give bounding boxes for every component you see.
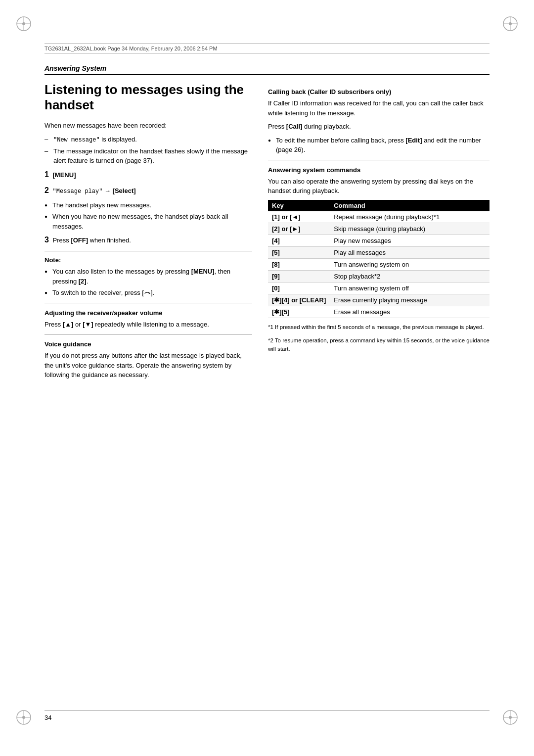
- svg-point-15: [509, 716, 512, 719]
- table-row: [5]Play all messages: [268, 246, 490, 258]
- note-bullets: You can also listen to the messages by p…: [44, 267, 252, 298]
- voice-title: Voice guidance: [44, 340, 252, 348]
- dash-list: "New message" is displayed. The message …: [44, 135, 252, 166]
- command-table: Key Command [1] or [◄]Repeat message (du…: [268, 200, 490, 318]
- step-3-text: Press [OFF] when finished.: [53, 236, 131, 244]
- table-row: [✱][5]Erase all messages: [268, 306, 490, 318]
- header-text: TG2631AL_2632AL.book Page 34 Monday, Feb…: [44, 46, 218, 51]
- cmd-cell: Skip message (during playback): [330, 223, 490, 235]
- key-cell: [1] or [◄]: [268, 211, 330, 223]
- step-3: 3 Press [OFF] when finished.: [44, 234, 252, 246]
- key-cell: [2] or [►]: [268, 223, 330, 235]
- footer: 34: [44, 710, 490, 721]
- corner-mark-br: [501, 709, 519, 726]
- step-2-arrow: →: [104, 187, 113, 194]
- key-cell: [0]: [268, 282, 330, 294]
- page: TG2631AL_2632AL.book Page 34 Monday, Feb…: [0, 0, 534, 756]
- divider-1: [44, 251, 252, 251]
- step-2: 2 "Message play" → [Select]: [44, 185, 252, 196]
- table-row: [1] or [◄]Repeat message (during playbac…: [268, 211, 490, 223]
- table-row: [✱][4] or [CLEAR]Erase currently playing…: [268, 294, 490, 306]
- key-cell: [8]: [268, 258, 330, 270]
- footnote-2: *2 To resume operation, press a command …: [268, 336, 490, 354]
- corner-mark-tl: [15, 15, 33, 33]
- step2-bullet-2: When you have no new messages, the hands…: [44, 212, 252, 231]
- divider-2: [44, 303, 252, 303]
- key-cell: [5]: [268, 246, 330, 258]
- cmd-cell: Turn answering system off: [330, 282, 490, 294]
- note-bullet-1: You can also listen to the messages by p…: [44, 267, 252, 286]
- dash-item-1: "New message" is displayed.: [44, 135, 252, 144]
- step-2-num: 2: [44, 186, 49, 194]
- step-2-code: "Message play": [53, 188, 103, 195]
- note-bullet-2: To switch to the receiver, press [].: [44, 288, 252, 298]
- key-cell: [✱][5]: [268, 306, 330, 318]
- step2-bullet-1: The handset plays new messages.: [44, 200, 252, 210]
- corner-mark-bl: [15, 709, 33, 726]
- caller-id-press: Press [Call] during playback.: [268, 122, 490, 132]
- voice-text: If you do not press any buttons after th…: [44, 351, 252, 380]
- page-number: 34: [44, 714, 51, 721]
- step-1-text: [MENU]: [53, 171, 76, 179]
- main-content: Answering System Listening to messages u…: [44, 64, 490, 702]
- table-row: [8]Turn answering system on: [268, 258, 490, 270]
- note-label: Note:: [44, 256, 252, 264]
- table-row: [9]Stop playback*2: [268, 270, 490, 282]
- key-cell: [4]: [268, 235, 330, 246]
- table-row: [4]Play new messages: [268, 235, 490, 246]
- step-2-select: [Select]: [113, 187, 136, 194]
- table-row: [2] or [►]Skip message (during playback): [268, 223, 490, 235]
- header-line: TG2631AL_2632AL.book Page 34 Monday, Feb…: [44, 44, 490, 53]
- key-cell: [✱][4] or [CLEAR]: [268, 294, 330, 306]
- col-header-command: Command: [330, 200, 490, 211]
- svg-point-11: [22, 716, 25, 719]
- cmd-cell: Stop playback*2: [330, 270, 490, 282]
- left-column: Listening to messages using the handset …: [44, 82, 252, 384]
- cmd-cell: Play new messages: [330, 235, 490, 246]
- col-header-key: Key: [268, 200, 330, 211]
- cmd-cell: Erase currently playing message: [330, 294, 490, 306]
- adj-text: Press [▲] or [▼] repeatedly while listen…: [44, 320, 252, 330]
- caller-id-bullets: To edit the number before calling back, …: [268, 136, 490, 155]
- key-cell: [9]: [268, 270, 330, 282]
- step2-bullets: The handset plays new messages. When you…: [44, 200, 252, 232]
- step-1-num: 1: [44, 170, 49, 179]
- svg-point-3: [22, 22, 25, 25]
- divider-4: [268, 160, 490, 160]
- ans-cmd-title: Answering system commands: [268, 166, 490, 174]
- divider-3: [44, 334, 252, 334]
- table-row: [0]Turn answering system off: [268, 282, 490, 294]
- two-column-layout: Listening to messages using the handset …: [44, 82, 490, 384]
- right-column: Calling back (Caller ID subscribers only…: [268, 82, 490, 384]
- svg-point-7: [509, 22, 512, 25]
- step-3-num: 3: [44, 236, 49, 244]
- corner-mark-tr: [501, 15, 519, 33]
- cmd-cell: Erase all messages: [330, 306, 490, 318]
- dash-item-2: The message indicator on the handset fla…: [44, 146, 252, 166]
- intro-text: When new messages have been recorded:: [44, 121, 252, 131]
- caller-id-text: If Caller ID information was received fo…: [268, 98, 490, 118]
- caller-id-title: Calling back (Caller ID subscribers only…: [268, 88, 490, 95]
- cmd-cell: Play all messages: [330, 246, 490, 258]
- cmd-cell: Turn answering system on: [330, 258, 490, 270]
- section-heading: Answering System: [44, 64, 490, 75]
- step-1: 1 [MENU]: [44, 169, 252, 181]
- caller-id-bullet-1: To edit the number before calling back, …: [268, 136, 490, 155]
- ans-cmd-text: You can also operate the answering syste…: [268, 177, 490, 196]
- footnote-1: *1 If pressed within the first 5 seconds…: [268, 323, 490, 331]
- cmd-cell: Repeat message (during playback)*1: [330, 211, 490, 223]
- main-title: Listening to messages using the handset: [44, 82, 252, 113]
- adj-title: Adjusting the receiver/speaker volume: [44, 309, 252, 317]
